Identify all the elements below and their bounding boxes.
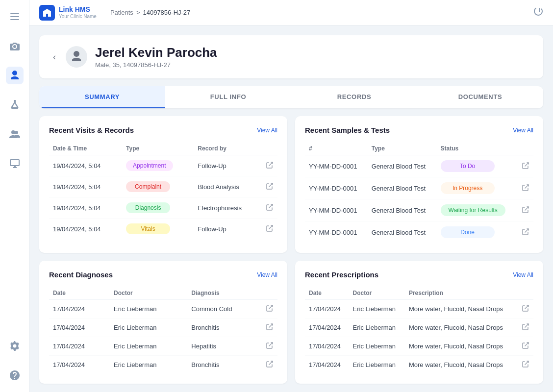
table-row: 17/04/2024 Eric Lieberman More water, Fl… (305, 356, 533, 374)
visit-open-btn[interactable] (262, 176, 277, 197)
presc-doctor: Eric Lieberman (349, 337, 405, 356)
sample-open-btn[interactable] (518, 177, 533, 199)
tab-summary[interactable]: SUMMARY (39, 86, 165, 108)
breadcrumb-patients[interactable]: Patients (110, 9, 133, 16)
visit-type: Vitals (122, 219, 194, 240)
sample-open-btn[interactable] (518, 221, 533, 244)
tab-full-info[interactable]: FULL INFO (165, 86, 291, 108)
app-name: Link HMS (59, 6, 97, 13)
visit-open-btn[interactable] (262, 155, 277, 176)
col-pdate: Date (305, 287, 349, 300)
diag-open-btn[interactable] (262, 356, 277, 374)
recent-visits-table: Date & Time Type Record by 19/04/2024, 5… (49, 142, 277, 239)
panel-recent-prescriptions: Recent Prescriptions View All Date Docto… (295, 261, 543, 384)
camera-icon[interactable] (6, 37, 24, 55)
recent-samples-view-all[interactable]: View All (513, 127, 533, 134)
col-datetime: Date & Time (49, 142, 122, 155)
flask-icon[interactable] (6, 96, 24, 114)
topnav-right (533, 6, 543, 19)
patient-avatar (66, 46, 87, 68)
table-row: 19/04/2024, 5:04 Diagnosis Electrophores… (49, 197, 277, 219)
table-row: 17/04/2024 Eric Lieberman More water, Fl… (305, 318, 533, 337)
sample-id: YY-MM-DD-0001 (305, 177, 368, 199)
help-icon[interactable] (6, 367, 24, 384)
table-row: 17/04/2024 Eric Lieberman Bronchitis (49, 356, 277, 374)
recent-diagnoses-view-all[interactable]: View All (257, 271, 277, 278)
panel-recent-samples-header: Recent Samples & Tests View All (305, 126, 533, 134)
back-button[interactable]: ‹ (51, 50, 58, 64)
visit-record-by: Follow-Up (194, 219, 262, 240)
patient-meta: Male, 35, 14097856-HJ-27 (95, 61, 217, 69)
table-row: 17/04/2024 Eric Lieberman Bronchitis (49, 318, 277, 337)
group-icon[interactable] (6, 125, 24, 143)
visit-type: Complaint (122, 176, 194, 197)
presc-date: 17/04/2024 (305, 300, 349, 318)
table-row: YY-MM-DD-0001 General Blood Test Waiting… (305, 199, 533, 221)
panel-recent-diagnoses: Recent Diagnoses View All Date Doctor Di… (39, 261, 287, 384)
sample-status: In Progress (437, 177, 518, 199)
diag-doctor: Eric Lieberman (110, 356, 187, 374)
visit-open-btn[interactable] (262, 197, 277, 219)
sample-id: YY-MM-DD-0001 (305, 221, 368, 244)
col-pdoctor: Doctor (349, 287, 405, 300)
presc-date: 17/04/2024 (305, 356, 349, 374)
panel-recent-visits-header: Recent Visits & Records View All (49, 126, 277, 134)
presc-open-btn[interactable] (518, 356, 533, 374)
visit-record-by: Follow-Up (194, 155, 262, 176)
recent-prescriptions-view-all[interactable]: View All (513, 271, 533, 278)
col-ddate: Date (49, 287, 110, 300)
panel-recent-visits: Recent Visits & Records View All Date & … (39, 116, 287, 253)
panel-recent-prescriptions-title: Recent Prescriptions (305, 270, 378, 279)
diag-open-btn[interactable] (262, 318, 277, 337)
monitor-icon[interactable] (6, 155, 24, 172)
col-stype: Type (368, 142, 437, 155)
visit-date: 19/04/2024, 5:04 (49, 176, 122, 197)
presc-prescription: More water, Flucold, Nasal Drops (405, 337, 518, 356)
col-recordby: Record by (194, 142, 262, 155)
tab-documents[interactable]: DOCUMENTS (417, 86, 543, 108)
breadcrumb-sep: > (136, 9, 140, 16)
sample-id: YY-MM-DD-0001 (305, 155, 368, 177)
col-action (262, 287, 277, 300)
tab-records[interactable]: RECORDS (291, 86, 417, 108)
diag-diagnosis: Hepatitis (187, 337, 262, 356)
visit-record-by: Blood Analysis (194, 176, 262, 197)
table-row: 19/04/2024, 5:04 Appointment Follow-Up (49, 155, 277, 176)
breadcrumb: Patients > 14097856-HJ-27 (110, 9, 190, 16)
panel-recent-diagnoses-title: Recent Diagnoses (49, 270, 113, 279)
presc-open-btn[interactable] (518, 337, 533, 356)
diag-open-btn[interactable] (262, 337, 277, 356)
table-row: 19/04/2024, 5:04 Complaint Blood Analysi… (49, 176, 277, 197)
recent-visits-view-all[interactable]: View All (257, 127, 277, 134)
table-row: 17/04/2024 Eric Lieberman Hepatitis (49, 337, 277, 356)
diag-date: 17/04/2024 (49, 300, 110, 318)
visit-open-btn[interactable] (262, 219, 277, 240)
logo-text-block: Link HMS Your Clinic Name (59, 6, 97, 19)
main-area: Link HMS Your Clinic Name Patients > 140… (29, 0, 553, 392)
svg-rect-1 (10, 16, 19, 17)
settings-icon[interactable] (6, 337, 24, 355)
presc-open-btn[interactable] (518, 300, 533, 318)
recent-diagnoses-table: Date Doctor Diagnosis 17/04/2024 Eric Li… (49, 287, 277, 374)
user-icon[interactable] (6, 67, 24, 84)
col-action (262, 142, 277, 155)
presc-prescription: More water, Flucold, Nasal Drops (405, 300, 518, 318)
table-row: 17/04/2024 Eric Lieberman More water, Fl… (305, 337, 533, 356)
table-row: YY-MM-DD-0001 General Blood Test In Prog… (305, 177, 533, 199)
visit-date: 19/04/2024, 5:04 (49, 155, 122, 176)
diag-open-btn[interactable] (262, 300, 277, 318)
sample-open-btn[interactable] (518, 155, 533, 177)
sample-open-btn[interactable] (518, 199, 533, 221)
sample-type: General Blood Test (368, 155, 437, 177)
recent-samples-table: # Type Status YY-MM-DD-0001 General Bloo… (305, 142, 533, 243)
patient-name: Jerel Kevin Parocha (95, 45, 217, 60)
presc-open-btn[interactable] (518, 318, 533, 337)
patient-info: Jerel Kevin Parocha Male, 35, 14097856-H… (95, 45, 217, 69)
col-status: Status (437, 142, 518, 155)
presc-doctor: Eric Lieberman (349, 356, 405, 374)
col-pprescription: Prescription (405, 287, 518, 300)
logout-icon[interactable] (533, 8, 543, 18)
menu-icon[interactable] (6, 8, 24, 25)
presc-doctor: Eric Lieberman (349, 300, 405, 318)
table-row: YY-MM-DD-0001 General Blood Test Done (305, 221, 533, 244)
